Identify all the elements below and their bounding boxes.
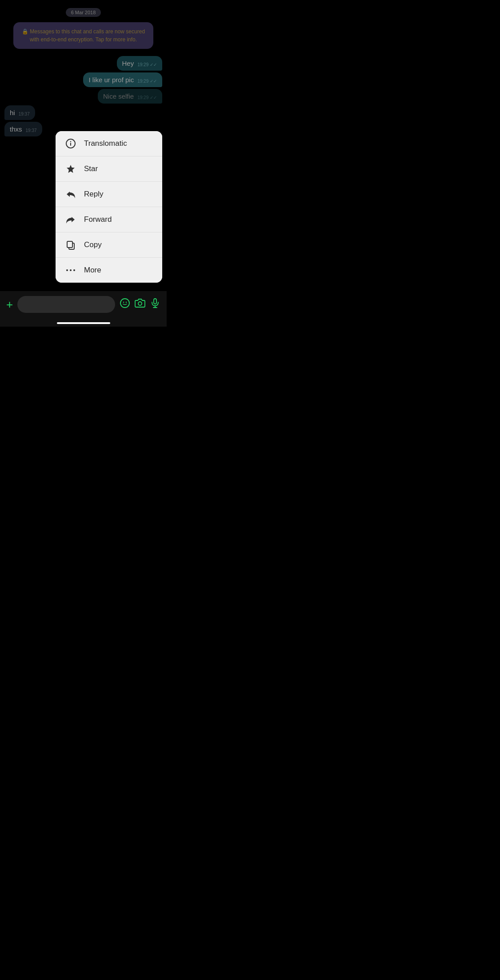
context-menu-label: Copy	[84, 240, 102, 249]
context-menu-item-copy[interactable]: Copy	[56, 232, 162, 258]
svg-point-2	[70, 141, 71, 142]
info-icon	[64, 137, 77, 150]
svg-point-11	[126, 302, 127, 303]
chat-container: 6 Mar 2018 🔒 Messages to this chat and c…	[0, 0, 167, 327]
context-menu-item-forward[interactable]: Forward	[56, 207, 162, 232]
context-menu-item-more[interactable]: More	[56, 258, 162, 283]
plus-button[interactable]: +	[6, 298, 13, 312]
context-menu: Translomatic Star Reply	[56, 131, 162, 283]
mic-button[interactable]	[150, 298, 160, 311]
context-menu-item-translomatic[interactable]: Translomatic	[56, 131, 162, 156]
svg-rect-1	[70, 143, 71, 146]
context-menu-item-star[interactable]: Star	[56, 156, 162, 182]
svg-point-10	[123, 302, 124, 303]
svg-point-12	[138, 302, 142, 305]
context-menu-label: Star	[84, 164, 98, 173]
context-menu-label: More	[84, 266, 101, 275]
svg-marker-3	[67, 165, 75, 173]
home-indicator	[57, 322, 110, 324]
svg-rect-5	[67, 241, 72, 248]
context-menu-label: Reply	[84, 190, 103, 199]
svg-point-9	[120, 299, 129, 308]
emoji-button[interactable]	[120, 298, 130, 311]
svg-point-6	[66, 269, 68, 271]
message-input[interactable]	[17, 296, 115, 313]
context-menu-label: Forward	[84, 215, 112, 224]
bottom-bar: +	[0, 291, 167, 327]
reply-icon	[64, 188, 77, 200]
svg-point-8	[73, 269, 75, 271]
copy-icon	[64, 239, 77, 251]
svg-rect-13	[154, 299, 156, 304]
context-menu-label: Translomatic	[84, 139, 127, 148]
forward-icon	[64, 213, 77, 226]
star-icon	[64, 163, 77, 175]
camera-button[interactable]	[135, 298, 145, 311]
more-icon	[64, 264, 77, 276]
context-menu-item-reply[interactable]: Reply	[56, 182, 162, 207]
svg-point-7	[70, 269, 72, 271]
